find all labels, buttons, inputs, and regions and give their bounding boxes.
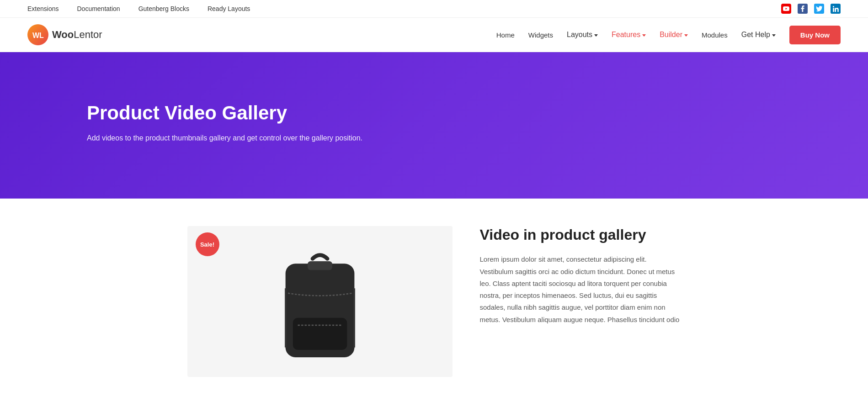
product-image-area: Sale! <box>187 226 453 377</box>
sale-badge: Sale! <box>196 232 219 256</box>
topbar-nav-gutenberg[interactable]: Gutenberg Blocks <box>138 5 189 12</box>
nav-get-help[interactable]: Get Help <box>741 31 776 39</box>
svg-text:WL: WL <box>32 32 44 39</box>
top-bar: Extensions Documentation Gutenberg Block… <box>0 0 868 18</box>
topbar-nav-readylayouts[interactable]: Ready Layouts <box>208 5 250 12</box>
nav-widgets[interactable]: Widgets <box>528 31 553 39</box>
social-icons-group <box>781 4 841 14</box>
twitter-icon[interactable] <box>814 4 824 14</box>
product-info: Video in product gallery Lorem ipsum dol… <box>480 226 681 326</box>
logo-text: WooLentor <box>52 29 102 41</box>
logo[interactable]: WL WooLentor <box>27 24 102 45</box>
product-info-title: Video in product gallery <box>480 226 681 243</box>
hero-title: Product Video Gallery <box>87 102 384 124</box>
product-section: Sale! Video in product galle <box>160 199 708 395</box>
layouts-chevron-icon <box>594 34 598 37</box>
product-gallery: Sale! <box>187 226 453 377</box>
builder-chevron-icon <box>684 34 688 37</box>
nav-modules[interactable]: Modules <box>702 31 728 39</box>
nav-builder[interactable]: Builder <box>660 31 688 39</box>
features-chevron-icon <box>642 34 646 37</box>
linkedin-icon[interactable] <box>831 4 841 14</box>
hero-subtitle: Add videos to the product thumbnails gal… <box>87 132 379 144</box>
svg-rect-2 <box>293 318 346 350</box>
nav-features[interactable]: Features <box>612 31 646 39</box>
nav-home[interactable]: Home <box>496 31 515 39</box>
gethelp-chevron-icon <box>772 34 776 37</box>
product-image <box>270 249 370 377</box>
main-header: WL WooLentor Home Widgets Layouts Featur… <box>0 18 868 52</box>
youtube-icon[interactable] <box>781 4 791 14</box>
buy-now-button[interactable]: Buy Now <box>789 26 841 44</box>
product-info-text: Lorem ipsum dolor sit amet, consectetur … <box>480 253 681 326</box>
topbar-nav-documentation[interactable]: Documentation <box>77 5 120 12</box>
hero-banner: Product Video Gallery Add videos to the … <box>0 52 868 199</box>
svg-rect-4 <box>308 261 332 270</box>
logo-icon: WL <box>27 24 48 45</box>
nav-layouts[interactable]: Layouts <box>567 31 598 39</box>
facebook-icon[interactable] <box>798 4 808 14</box>
topbar-nav-extensions[interactable]: Extensions <box>27 5 59 12</box>
main-nav: Home Widgets Layouts Features Builder Mo… <box>496 26 841 44</box>
topbar-nav: Extensions Documentation Gutenberg Block… <box>27 5 250 12</box>
